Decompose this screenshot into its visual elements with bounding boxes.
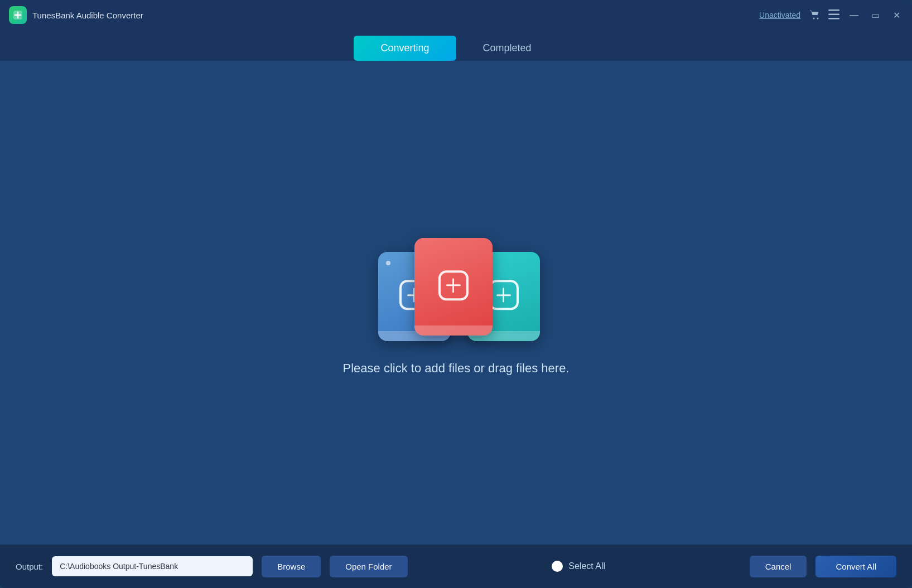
title-bar-left: TunesBank Audible Converter <box>9 6 143 24</box>
app-window: TunesBank Audible Converter Unactivated <box>0 0 912 588</box>
svg-rect-5 <box>828 18 839 20</box>
svg-rect-4 <box>828 13 839 15</box>
minimize-button[interactable]: — <box>847 8 861 22</box>
tab-bar: Converting Completed <box>0 30 912 61</box>
unactivated-link[interactable]: Unactivated <box>759 11 800 20</box>
tab-completed[interactable]: Completed <box>456 36 558 61</box>
select-all-radio[interactable] <box>552 561 563 572</box>
browse-button[interactable]: Browse <box>262 556 321 577</box>
svg-rect-3 <box>828 9 839 11</box>
title-bar: TunesBank Audible Converter Unactivated <box>0 0 912 30</box>
output-label: Output: <box>16 562 43 571</box>
app-icon <box>9 6 27 24</box>
drop-zone[interactable]: Please click to add files or drag files … <box>0 61 912 545</box>
title-bar-right: Unactivated — ▭ <box>759 8 903 22</box>
footer: Output: Browse Open Folder Select All Ca… <box>0 545 912 588</box>
svg-point-2 <box>817 17 819 19</box>
open-folder-button[interactable]: Open Folder <box>330 556 407 577</box>
output-path-input[interactable] <box>52 556 253 576</box>
book-center <box>414 238 493 336</box>
drop-text: Please click to add files or drag files … <box>343 361 570 376</box>
svg-point-1 <box>813 17 815 19</box>
cart-icon[interactable] <box>809 9 821 22</box>
app-title-text: TunesBank Audible Converter <box>32 11 143 20</box>
window-controls: — ▭ ✕ <box>809 8 903 22</box>
close-button[interactable]: ✕ <box>890 8 903 22</box>
select-all-area: Select All <box>417 561 741 572</box>
restore-button[interactable]: ▭ <box>868 8 882 22</box>
select-all-label[interactable]: Select All <box>568 561 605 571</box>
convert-all-button[interactable]: Convert All <box>816 556 896 577</box>
books-illustration <box>361 230 551 341</box>
tab-converting[interactable]: Converting <box>354 36 456 61</box>
menu-icon[interactable] <box>828 9 839 21</box>
cancel-button[interactable]: Cancel <box>750 556 807 577</box>
